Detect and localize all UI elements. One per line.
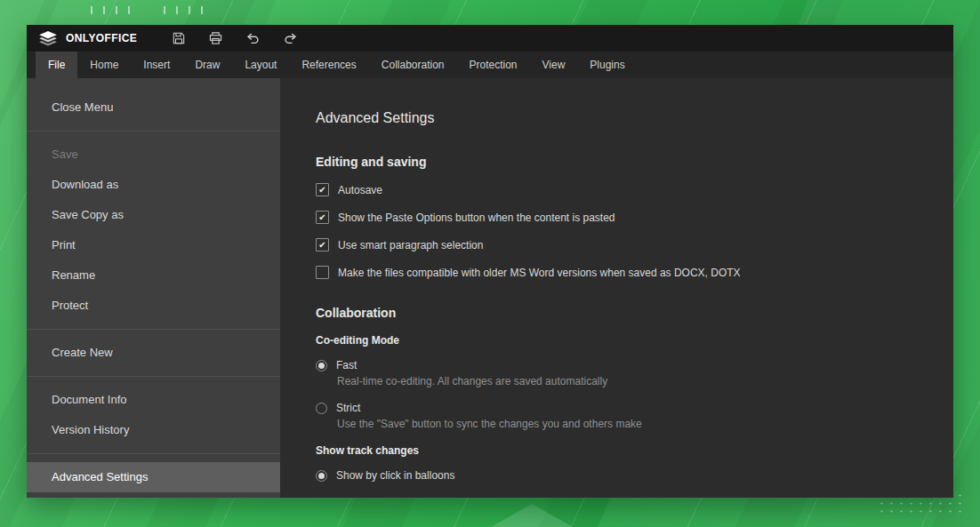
tab-plugins[interactable]: Plugins [577,52,637,78]
background-tick-marks [91,6,203,14]
menu-item-advanced-settings[interactable]: Advanced Settings [27,462,280,492]
menu-divider [27,131,280,132]
tab-insert[interactable]: Insert [131,52,182,78]
quick-access-toolbar [171,31,298,45]
menu-item-save: Save [27,140,280,170]
checkbox[interactable] [316,211,329,224]
menu-divider [27,376,280,377]
desktop-background: ONLYOFFICE [0,0,980,527]
window-body: Close MenuSaveDownload asSave Copy asPri… [27,78,953,498]
background-triangle [491,504,573,527]
menu-item-download-as[interactable]: Download as [27,170,280,200]
tab-home[interactable]: Home [77,52,131,78]
file-menu: Close MenuSaveDownload asSave Copy asPri… [27,78,280,498]
menu-item-version-history[interactable]: Version History [27,415,280,445]
tab-protection[interactable]: Protection [457,52,530,78]
radio-row[interactable]: Fast [316,359,918,371]
tab-layout[interactable]: Layout [232,52,289,78]
radio-description: Real-time co-editing. All changes are sa… [337,375,918,387]
subheading-show-track-changes: Show track changes [316,444,918,457]
section-heading-collaboration: Collaboration [316,306,918,320]
menu-item-protect[interactable]: Protect [27,291,280,321]
redo-icon[interactable] [283,31,298,45]
menu-item-print[interactable]: Print [27,230,280,260]
menu-item-close-menu[interactable]: Close Menu [27,92,280,123]
save-icon[interactable] [171,31,186,45]
radio-group-track-changes: Show by click in balloons [316,469,918,482]
radio-label: Strict [336,402,360,414]
onlyoffice-logo: ONLYOFFICE [37,31,137,46]
radio-group-coediting: FastReal-time co-editing. All changes ar… [316,359,918,430]
radio-label: Fast [336,359,357,371]
radio-description: Use the "Save" button to sync the change… [337,418,918,430]
tab-draw[interactable]: Draw [182,52,232,78]
subheading-coediting-mode: Co-editing Mode [316,334,918,347]
onlyoffice-logo-icon [37,31,59,46]
section-heading-editing-and-saving: Editing and saving [316,155,918,169]
page-title: Advanced Settings [316,110,918,126]
tab-file[interactable]: File [36,52,77,78]
tab-references[interactable]: References [289,52,368,78]
checkbox-row[interactable]: Make the files compatible with older MS … [316,266,918,279]
menu-item-create-new[interactable]: Create New [27,338,280,368]
menu-item-document-info[interactable]: Document Info [27,385,280,415]
tab-bar: FileHomeInsertDrawLayoutReferencesCollab… [27,52,953,78]
checkbox-label: Autosave [338,184,382,196]
radio-button[interactable] [316,403,327,414]
checkbox[interactable] [316,238,329,252]
menu-item-save-copy-as[interactable]: Save Copy as [27,200,280,230]
radio-label: Show by click in balloons [336,469,454,482]
menu-divider [27,329,280,330]
menu-divider [27,453,280,454]
checkbox-row[interactable]: Use smart paragraph selection [316,238,918,252]
tab-view[interactable]: View [530,52,578,78]
checkbox-row[interactable]: Autosave [316,183,918,196]
checkbox-row[interactable]: Show the Paste Options button when the c… [316,211,918,224]
checkbox[interactable] [316,266,329,279]
radio-row[interactable]: Strict [316,402,918,414]
title-bar: ONLYOFFICE [27,25,953,52]
checkbox-label: Use smart paragraph selection [338,239,483,252]
undo-icon[interactable] [245,31,261,45]
menu-item-rename[interactable]: Rename [27,260,280,291]
checkbox[interactable] [316,183,329,196]
settings-panel: Advanced Settings Editing and saving Aut… [280,78,953,498]
brand-name: ONLYOFFICE [66,32,137,44]
radio-button[interactable] [316,470,327,482]
radio-row[interactable]: Show by click in balloons [316,469,918,482]
checkbox-group: AutosaveShow the Paste Options button wh… [316,183,918,279]
radio-button[interactable] [316,360,327,371]
onlyoffice-window: ONLYOFFICE [27,25,953,498]
tab-collaboration[interactable]: Collaboration [369,52,457,78]
checkbox-label: Show the Paste Options button when the c… [338,212,615,224]
print-icon[interactable] [208,31,223,45]
checkbox-label: Make the files compatible with older MS … [338,267,741,279]
